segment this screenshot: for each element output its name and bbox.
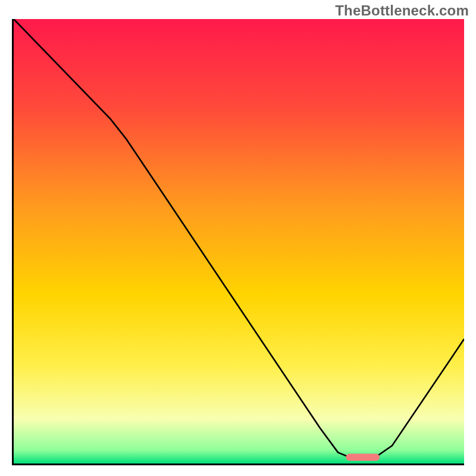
plot-inner <box>14 19 464 464</box>
gradient-background <box>14 19 464 464</box>
optimal-marker <box>346 454 380 461</box>
chart-svg <box>14 19 464 464</box>
plot-area <box>12 19 464 465</box>
watermark-text: TheBottleneck.com <box>335 2 469 19</box>
chart-container: TheBottleneck.com <box>0 0 476 476</box>
